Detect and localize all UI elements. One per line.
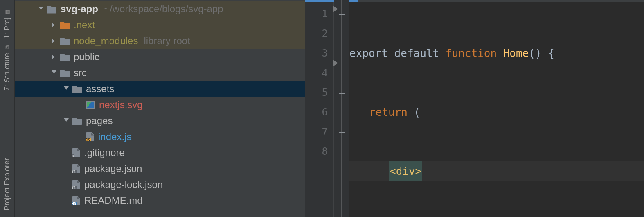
spacer xyxy=(77,102,83,108)
token-keyword: return xyxy=(369,102,408,122)
tree-root-path: ~/workspace/blogs/svg-app xyxy=(104,3,223,15)
tree-label-node-modules: node_modules xyxy=(74,35,138,47)
tree-row-public[interactable]: public xyxy=(15,49,305,65)
tree-label-assets: assets xyxy=(86,83,114,95)
tool-tab-project[interactable]: 1: Proj ▦ xyxy=(3,9,11,39)
code-editor[interactable]: export default function Home() { return … xyxy=(349,0,644,217)
spacer xyxy=(77,134,83,140)
token: () { xyxy=(529,43,554,63)
tree-label-package-lock: package-lock.json xyxy=(84,179,163,190)
tree-row-gitignore[interactable]: ⊘ .gitignore xyxy=(15,145,305,160)
run-gutter-icon[interactable] xyxy=(333,6,338,12)
tree-row-readme[interactable]: MD README.md xyxy=(15,192,305,208)
line-number[interactable]: 8 xyxy=(305,142,333,161)
json-file-icon: {} xyxy=(72,164,80,173)
fold-collapse-icon[interactable] xyxy=(338,129,346,137)
tree-label-nextjs-svg: nextjs.svg xyxy=(99,99,143,111)
fold-gutter xyxy=(334,0,349,217)
spacer xyxy=(63,150,69,156)
tree-label-next: .next xyxy=(74,19,95,31)
spacer xyxy=(63,182,69,188)
fold-collapse-icon[interactable] xyxy=(338,50,346,58)
folder-icon xyxy=(72,116,82,125)
tool-tab-explorer[interactable]: Project Explorer xyxy=(3,158,11,210)
tree-row-node-modules[interactable]: node_modules library root xyxy=(15,33,305,49)
chevron-down-icon[interactable] xyxy=(63,118,69,124)
tree-label-index-js: index.js xyxy=(98,131,131,142)
chevron-right-icon[interactable] xyxy=(51,38,56,44)
line-number-gutter[interactable]: 1 2 3 4 5 6 7 8 xyxy=(305,0,334,217)
chevron-right-icon[interactable] xyxy=(51,22,56,28)
project-tree[interactable]: svg-app ~/workspace/blogs/svg-app .next … xyxy=(15,0,305,208)
tree-row-assets[interactable]: assets xyxy=(15,81,305,97)
tree-root-row[interactable]: svg-app ~/workspace/blogs/svg-app xyxy=(15,1,305,17)
project-tree-panel: svg-app ~/workspace/blogs/svg-app .next … xyxy=(15,0,305,217)
tree-label-src: src xyxy=(74,67,87,79)
tree-row-package-lock[interactable]: {} package-lock.json xyxy=(15,176,305,192)
folder-icon xyxy=(60,20,70,29)
folder-icon xyxy=(72,84,82,93)
token: ( xyxy=(408,102,420,122)
tree-row-src[interactable]: src xyxy=(15,65,305,81)
tree-label-pages: pages xyxy=(86,115,113,127)
tree-label-public: public xyxy=(74,51,99,63)
active-tab-indicator xyxy=(305,0,358,2)
chevron-right-icon[interactable] xyxy=(51,54,56,60)
folder-icon xyxy=(60,52,70,61)
tool-tab-explorer-label: Project Explorer xyxy=(3,158,11,210)
token-function-name: Home xyxy=(503,43,529,63)
tool-strip: 1: Proj ▦ 7: Structure ⧉ Project Explore… xyxy=(0,0,15,217)
md-file-icon: MD xyxy=(72,196,80,205)
chevron-down-icon[interactable] xyxy=(51,70,56,76)
line-number[interactable]: 2 xyxy=(305,24,333,43)
line-number[interactable]: 3 xyxy=(305,43,333,63)
code-line[interactable]: export default function Home() { xyxy=(349,43,644,63)
chevron-down-icon[interactable] xyxy=(63,86,69,92)
project-tool-icon: ▦ xyxy=(4,10,10,15)
folder-icon xyxy=(47,5,56,14)
tree-root-name: svg-app xyxy=(61,3,98,15)
editor-area: 1 2 3 4 5 6 7 8 export default function … xyxy=(305,0,644,217)
json-badge: {} xyxy=(71,170,77,174)
fold-collapse-icon[interactable] xyxy=(338,11,346,19)
spacer xyxy=(63,198,69,203)
structure-tool-icon: ⧉ xyxy=(4,45,11,49)
tree-row-pages[interactable]: pages xyxy=(15,113,305,129)
tree-label-gitignore: .gitignore xyxy=(75,147,125,158)
tree-row-package-json[interactable]: {} package.json xyxy=(15,160,305,176)
tree-note-libroot: library root xyxy=(144,35,190,47)
folder-icon xyxy=(60,68,70,77)
code-line[interactable]: return ( xyxy=(349,102,644,122)
tree-row-index-js[interactable]: JS index.js xyxy=(15,129,305,145)
token: default xyxy=(388,43,446,63)
line-number[interactable]: 1 xyxy=(305,4,333,24)
tree-label-package: package.json xyxy=(84,163,142,174)
line-number[interactable]: 4 xyxy=(305,63,333,83)
token-keyword: function xyxy=(446,43,503,63)
line-number[interactable]: 6 xyxy=(305,102,333,122)
json-badge: {} xyxy=(71,186,77,190)
tree-row-nextjs-svg[interactable]: nextjs.svg xyxy=(15,97,305,113)
token-tag: <div> xyxy=(389,161,422,181)
chevron-down-icon[interactable] xyxy=(38,6,43,12)
ignore-badge: ⊘ xyxy=(71,154,74,158)
tool-tab-structure[interactable]: 7: Structure ⧉ xyxy=(3,44,11,91)
image-file-icon xyxy=(86,101,95,109)
tree-row-next[interactable]: .next xyxy=(15,17,305,33)
js-file-icon: JS xyxy=(86,132,94,141)
folder-icon xyxy=(60,36,70,45)
tool-tab-project-label: 1: Proj xyxy=(3,18,11,39)
spacer xyxy=(63,166,69,172)
line-number[interactable]: 7 xyxy=(305,122,333,142)
tree-label-readme: README.md xyxy=(84,195,143,206)
token: export xyxy=(349,43,388,63)
line-number[interactable]: 5 xyxy=(305,83,333,102)
json-file-icon: {} xyxy=(72,180,80,189)
md-badge: MD xyxy=(71,202,77,206)
tool-tab-structure-label: 7: Structure xyxy=(3,53,11,91)
code-line[interactable]: <div> xyxy=(349,161,644,181)
fold-collapse-icon[interactable] xyxy=(338,89,346,97)
editor-tab-strip xyxy=(305,0,644,2)
js-badge: JS xyxy=(85,138,91,142)
